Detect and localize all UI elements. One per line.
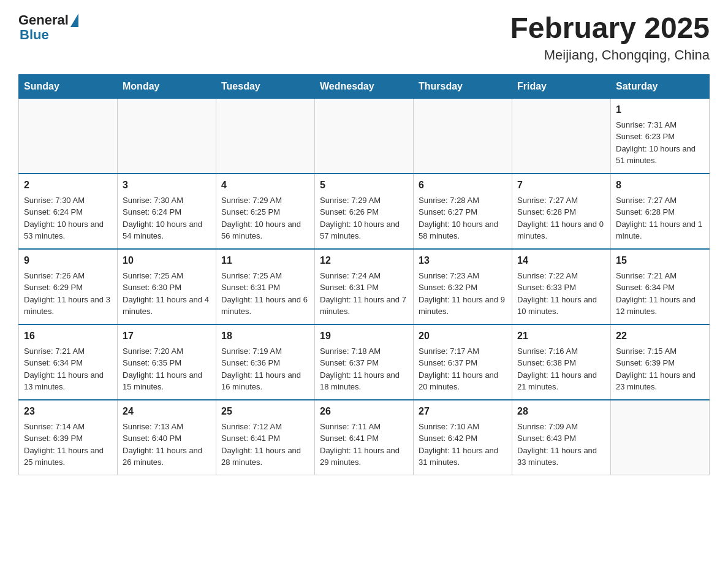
day-info-line: Daylight: 11 hours and 33 minutes.: [517, 445, 605, 469]
day-info-line: Sunrise: 7:27 AM: [616, 194, 704, 207]
page-header: General Blue February 2025 Meijiang, Cho…: [18, 12, 710, 63]
day-number: 7: [517, 178, 605, 193]
calendar-day-cell: 17Sunrise: 7:20 AMSunset: 6:35 PMDayligh…: [118, 324, 216, 400]
calendar-header-cell: Saturday: [611, 74, 710, 98]
day-info-line: Daylight: 11 hours and 3 minutes.: [24, 294, 112, 318]
day-info-line: Sunset: 6:34 PM: [616, 282, 704, 294]
calendar-day-cell: 11Sunrise: 7:25 AMSunset: 6:31 PMDayligh…: [216, 249, 315, 324]
calendar-day-cell: 19Sunrise: 7:18 AMSunset: 6:37 PMDayligh…: [315, 324, 414, 400]
calendar-week-row: 23Sunrise: 7:14 AMSunset: 6:39 PMDayligh…: [19, 400, 710, 475]
calendar-day-cell: 3Sunrise: 7:30 AMSunset: 6:24 PMDaylight…: [118, 174, 216, 249]
day-info-line: Sunset: 6:26 PM: [320, 206, 408, 218]
day-number: 24: [123, 404, 211, 419]
calendar-day-cell: [118, 98, 216, 174]
logo-general-text: General: [18, 12, 69, 28]
calendar-day-cell: [414, 98, 512, 174]
day-info-line: Sunrise: 7:23 AM: [419, 270, 507, 282]
day-info-line: Sunrise: 7:11 AM: [320, 421, 408, 433]
day-info-line: Sunset: 6:37 PM: [419, 357, 507, 369]
calendar-day-cell: 28Sunrise: 7:09 AMSunset: 6:43 PMDayligh…: [512, 400, 611, 475]
day-info-line: Sunrise: 7:26 AM: [24, 270, 112, 282]
day-number: 9: [24, 253, 112, 268]
day-info-line: Sunset: 6:31 PM: [221, 282, 309, 294]
day-info-line: Sunset: 6:37 PM: [320, 357, 408, 369]
day-info-line: Daylight: 11 hours and 10 minutes.: [517, 294, 605, 318]
calendar-header: SundayMondayTuesdayWednesdayThursdayFrid…: [19, 74, 710, 98]
calendar-day-cell: 7Sunrise: 7:27 AMSunset: 6:28 PMDaylight…: [512, 174, 611, 249]
day-info-line: Daylight: 10 hours and 56 minutes.: [221, 218, 309, 242]
calendar-day-cell: 12Sunrise: 7:24 AMSunset: 6:31 PMDayligh…: [315, 249, 414, 324]
day-number: 11: [221, 253, 309, 268]
day-info-line: Daylight: 10 hours and 58 minutes.: [419, 218, 507, 242]
day-info-line: Daylight: 11 hours and 0 minutes.: [517, 218, 605, 242]
day-info-line: Sunrise: 7:28 AM: [419, 194, 507, 207]
day-number: 23: [24, 404, 112, 419]
logo-triangle-icon: [70, 13, 78, 27]
day-info-line: Sunset: 6:43 PM: [517, 432, 605, 445]
calendar-table: SundayMondayTuesdayWednesdayThursdayFrid…: [18, 74, 710, 475]
day-info-line: Daylight: 11 hours and 13 minutes.: [24, 369, 112, 393]
calendar-day-cell: 5Sunrise: 7:29 AMSunset: 6:26 PMDaylight…: [315, 174, 414, 249]
day-info-line: Sunrise: 7:21 AM: [616, 270, 704, 282]
calendar-day-cell: 14Sunrise: 7:22 AMSunset: 6:33 PMDayligh…: [512, 249, 611, 324]
calendar-day-cell: 13Sunrise: 7:23 AMSunset: 6:32 PMDayligh…: [414, 249, 512, 324]
day-info-line: Daylight: 11 hours and 26 minutes.: [123, 445, 211, 469]
calendar-day-cell: 8Sunrise: 7:27 AMSunset: 6:28 PMDaylight…: [611, 174, 710, 249]
day-info-line: Daylight: 11 hours and 12 minutes.: [616, 294, 704, 318]
day-info-line: Sunset: 6:24 PM: [123, 206, 211, 218]
day-info-line: Daylight: 11 hours and 29 minutes.: [320, 445, 408, 469]
day-info-line: Daylight: 11 hours and 9 minutes.: [419, 294, 507, 318]
day-number: 2: [24, 178, 112, 193]
day-info-line: Sunset: 6:30 PM: [123, 282, 211, 294]
calendar-day-cell: [315, 98, 414, 174]
day-number: 6: [419, 178, 507, 193]
day-number: 4: [221, 178, 309, 193]
day-number: 16: [24, 329, 112, 343]
day-info-line: Sunset: 6:42 PM: [419, 432, 507, 445]
day-info-line: Sunrise: 7:17 AM: [419, 345, 507, 358]
day-info-line: Daylight: 11 hours and 23 minutes.: [616, 369, 704, 393]
day-number: 14: [517, 253, 605, 268]
day-info-line: Sunset: 6:32 PM: [419, 282, 507, 294]
calendar-header-cell: Monday: [118, 74, 216, 98]
calendar-day-cell: 6Sunrise: 7:28 AMSunset: 6:27 PMDaylight…: [414, 174, 512, 249]
day-info-line: Sunset: 6:41 PM: [221, 432, 309, 445]
calendar-body: 1Sunrise: 7:31 AMSunset: 6:23 PMDaylight…: [19, 98, 710, 475]
day-info-line: Sunset: 6:36 PM: [221, 357, 309, 369]
day-info-line: Sunrise: 7:30 AM: [123, 194, 211, 207]
day-info-line: Sunrise: 7:25 AM: [221, 270, 309, 282]
day-info-line: Sunrise: 7:29 AM: [320, 194, 408, 207]
calendar-header-cell: Wednesday: [315, 74, 414, 98]
day-info-line: Sunrise: 7:10 AM: [419, 421, 507, 433]
day-info-line: Daylight: 11 hours and 31 minutes.: [419, 445, 507, 469]
day-info-line: Sunrise: 7:15 AM: [616, 345, 704, 358]
day-info-line: Sunset: 6:33 PM: [517, 282, 605, 294]
calendar-day-cell: 10Sunrise: 7:25 AMSunset: 6:30 PMDayligh…: [118, 249, 216, 324]
calendar-day-cell: 25Sunrise: 7:12 AMSunset: 6:41 PMDayligh…: [216, 400, 315, 475]
calendar-week-row: 2Sunrise: 7:30 AMSunset: 6:24 PMDaylight…: [19, 174, 710, 249]
day-info-line: Sunset: 6:27 PM: [419, 206, 507, 218]
day-info-line: Sunset: 6:31 PM: [320, 282, 408, 294]
day-number: 5: [320, 178, 408, 193]
day-info-line: Sunrise: 7:29 AM: [221, 194, 309, 207]
calendar-header-cell: Tuesday: [216, 74, 315, 98]
day-info-line: Sunrise: 7:18 AM: [320, 345, 408, 358]
day-info-line: Sunrise: 7:27 AM: [517, 194, 605, 207]
day-info-line: Daylight: 11 hours and 18 minutes.: [320, 369, 408, 393]
day-info-line: Sunset: 6:34 PM: [24, 357, 112, 369]
calendar-day-cell: 15Sunrise: 7:21 AMSunset: 6:34 PMDayligh…: [611, 249, 710, 324]
logo-blue-text: Blue: [18, 27, 49, 43]
day-info-line: Sunrise: 7:30 AM: [24, 194, 112, 207]
day-info-line: Sunrise: 7:09 AM: [517, 421, 605, 433]
day-info-line: Sunrise: 7:20 AM: [123, 345, 211, 358]
day-number: 17: [123, 329, 211, 343]
day-info-line: Sunrise: 7:19 AM: [221, 345, 309, 358]
day-info-line: Daylight: 11 hours and 7 minutes.: [320, 294, 408, 318]
day-info-line: Sunset: 6:40 PM: [123, 432, 211, 445]
day-info-line: Sunset: 6:39 PM: [24, 432, 112, 445]
title-block: February 2025 Meijiang, Chongqing, China: [510, 12, 710, 63]
day-info-line: Daylight: 10 hours and 57 minutes.: [320, 218, 408, 242]
day-info-line: Sunrise: 7:16 AM: [517, 345, 605, 358]
calendar-day-cell: [216, 98, 315, 174]
day-info-line: Daylight: 11 hours and 6 minutes.: [221, 294, 309, 318]
